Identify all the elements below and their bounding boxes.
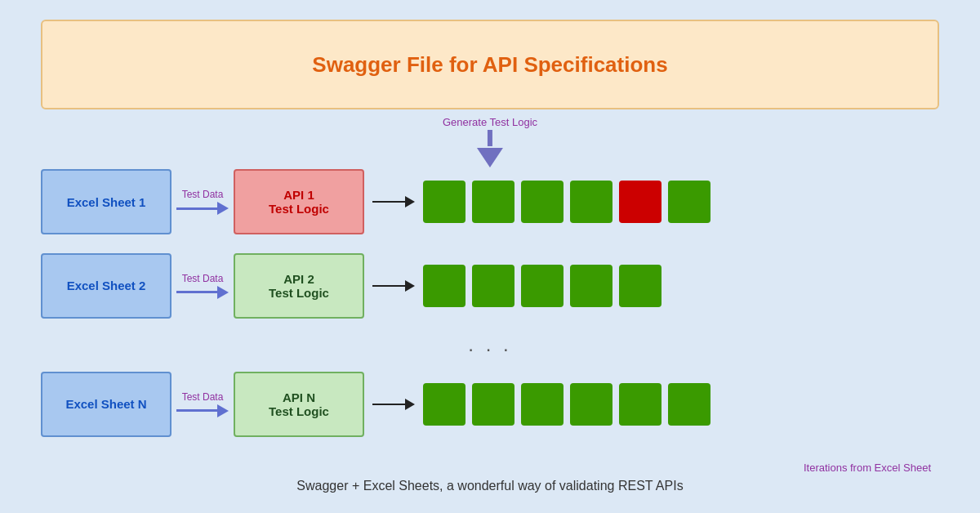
arrow-right-2 <box>176 286 229 299</box>
result-1-6 <box>668 181 710 223</box>
result-n-4 <box>570 383 612 426</box>
result-2-2 <box>472 265 514 307</box>
result-n-2 <box>472 383 514 426</box>
result-n-3 <box>521 383 564 426</box>
result-1-1 <box>423 181 466 223</box>
diagram-area: Generate Test Logic Excel Sheet 1 Test D… <box>41 116 939 474</box>
arrow-right-n <box>176 404 229 417</box>
result-1-5 <box>619 181 662 223</box>
main-container: Swagger File for API Specifications Gene… <box>12 11 968 502</box>
head-1 <box>217 202 229 215</box>
arrow-black-2 <box>372 280 415 292</box>
shaft-1 <box>176 207 217 210</box>
black-shaft-1 <box>372 201 405 203</box>
result-2-3 <box>521 265 564 307</box>
arrow-labeled-1: Test Data <box>176 189 229 215</box>
row-1: Excel Sheet 1 Test Data API 1 Test Logic <box>41 165 939 239</box>
result-1-2 <box>472 181 514 223</box>
result-2-5 <box>619 265 662 307</box>
arrow-labeled-2: Test Data <box>176 273 229 299</box>
black-head-n <box>405 399 415 410</box>
result-boxes-2 <box>423 265 662 307</box>
rows-container: Excel Sheet 1 Test Data API 1 Test Logic <box>41 165 939 441</box>
row-n: Excel Sheet N Test Data API N Test Logic <box>41 368 939 441</box>
result-n-5 <box>619 383 662 426</box>
iterations-label: Iterations from Excel Sheet <box>804 462 931 474</box>
result-1-3 <box>521 181 564 223</box>
result-boxes-1 <box>423 181 710 223</box>
excel-box-1: Excel Sheet 1 <box>41 169 172 234</box>
arrow-black-n <box>372 399 415 410</box>
black-head-1 <box>405 196 415 207</box>
head-2 <box>217 286 229 299</box>
api-box-2: API 2 Test Logic <box>234 253 364 319</box>
excel-box-n: Excel Sheet N <box>41 372 172 437</box>
excel-box-2: Excel Sheet 2 <box>41 253 172 319</box>
footer-text: Swagger + Excel Sheets, a wonderful way … <box>296 479 683 493</box>
row-2: Excel Sheet 2 Test Data API 2 Test Logic <box>41 249 939 323</box>
swagger-box: Swagger File for API Specifications <box>41 20 939 109</box>
gen-logic-area: Generate Test Logic <box>443 116 537 167</box>
shaft-n <box>176 409 217 412</box>
gen-logic-label: Generate Test Logic <box>443 116 537 128</box>
result-1-4 <box>570 181 612 223</box>
result-2-4 <box>570 265 612 307</box>
swagger-title: Swagger File for API Specifications <box>312 52 667 78</box>
arrow-shaft-down <box>488 130 492 146</box>
dots-row: . . . <box>41 332 939 357</box>
black-head-2 <box>405 280 415 292</box>
shaft-2 <box>176 291 217 293</box>
result-n-1 <box>423 383 466 426</box>
arrow-black-1 <box>372 196 415 207</box>
black-shaft-2 <box>372 285 405 287</box>
api-box-n: API N Test Logic <box>234 372 364 437</box>
result-2-1 <box>423 265 466 307</box>
result-boxes-n <box>423 383 710 426</box>
head-n <box>217 404 229 417</box>
black-shaft-n <box>372 404 405 405</box>
api-box-1: API 1 Test Logic <box>234 169 364 234</box>
result-n-6 <box>668 383 710 426</box>
arrow-labeled-n: Test Data <box>176 391 229 417</box>
arrow-right-1 <box>176 202 229 215</box>
